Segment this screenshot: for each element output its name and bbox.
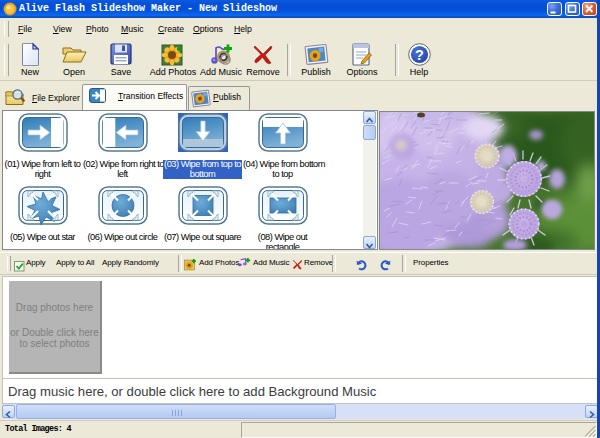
svg-text:?: ? xyxy=(415,47,424,63)
